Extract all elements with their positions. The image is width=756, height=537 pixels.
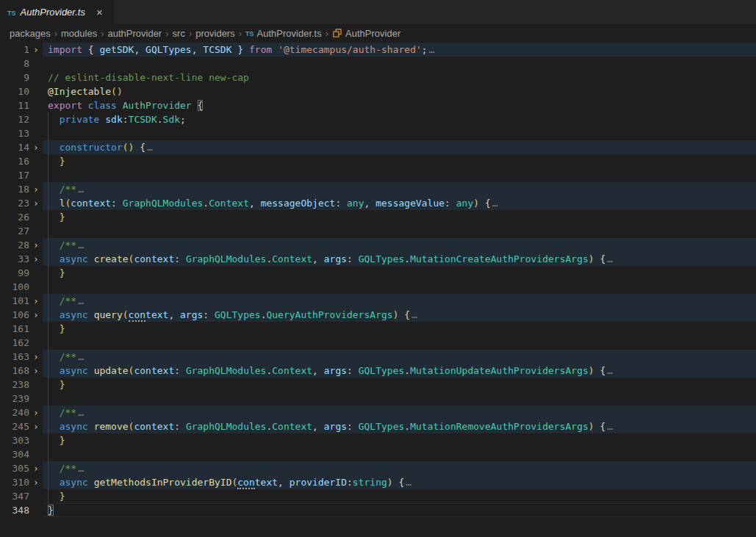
fold-chevron-icon[interactable]: ›	[29, 475, 43, 489]
fold-ellipsis: …	[78, 463, 84, 474]
code-line-17[interactable]: 17	[0, 168, 756, 182]
code-token: MutationRemoveAuthProvidersArgs	[410, 421, 588, 432]
line-number: 245	[0, 419, 29, 433]
code-text: }	[43, 378, 756, 392]
code-token: :	[335, 198, 347, 209]
fold-chevron-icon[interactable]: ›	[29, 364, 43, 378]
code-line-10[interactable]: 10@Injectable()	[0, 84, 756, 98]
code-line-304[interactable]: 304	[0, 447, 756, 461]
code-line-106[interactable]: 106› async query(context, args: GQLTypes…	[0, 308, 756, 322]
line-number: 16	[0, 154, 29, 168]
fold-chevron-icon[interactable]: ›	[29, 350, 43, 364]
code-line-239[interactable]: 239	[0, 392, 756, 406]
fold-chevron-icon[interactable]: ›	[29, 238, 43, 252]
tab-authprovider[interactable]: TS AuthProvider.ts ×	[0, 0, 114, 24]
code-line-240[interactable]: 240› /**…	[0, 406, 756, 419]
code-token: :	[203, 309, 215, 320]
fold-gutter-space	[29, 84, 43, 98]
code-line-100[interactable]: 100	[0, 280, 756, 294]
code-token: GraphQLModules	[123, 198, 204, 209]
code-token: text	[145, 309, 168, 320]
code-token: }	[48, 379, 65, 390]
breadcrumb-item-src[interactable]: src	[173, 28, 185, 39]
code-text: constructor() {…	[43, 140, 756, 154]
code-line-162[interactable]: 162	[0, 336, 756, 350]
code-token: async	[48, 421, 94, 432]
code-token: GQLTypes	[359, 421, 405, 432]
breadcrumb-item-authProvider[interactable]: authProvider	[107, 28, 162, 39]
code-token: Sdk	[163, 114, 180, 125]
code-line-27[interactable]: 27	[0, 224, 756, 238]
code-line-18[interactable]: 18› /**…	[0, 182, 756, 196]
fold-chevron-icon[interactable]: ›	[29, 308, 43, 322]
breadcrumb-item-symbol[interactable]: AuthProvider	[332, 28, 400, 39]
breadcrumb-item-modules[interactable]: modules	[61, 28, 97, 39]
fold-chevron-icon[interactable]: ›	[29, 461, 43, 475]
typescript-file-icon: TS	[245, 29, 254, 37]
code-line-12[interactable]: 12 private sdk:TCSDK.Sdk;	[0, 112, 756, 126]
code-token: con	[129, 309, 145, 322]
code-token: ,	[364, 198, 376, 209]
code-line-310[interactable]: 310› async getMethodsInProviderByID(cont…	[0, 475, 756, 489]
code-token: GQLTypes	[145, 44, 192, 55]
fold-chevron-icon[interactable]: ›	[29, 43, 43, 57]
code-text	[43, 126, 756, 140]
code-line-11[interactable]: 11export class AuthProvider {	[0, 98, 756, 112]
code-line-303[interactable]: 303 }	[0, 433, 756, 447]
code-token: )	[588, 421, 594, 432]
fold-chevron-icon[interactable]: ›	[29, 182, 43, 196]
code-token: context	[71, 198, 111, 209]
code-line-14[interactable]: 14› constructor() {…	[0, 140, 756, 154]
code-line-9[interactable]: 9// eslint-disable-next-line new-cap	[0, 71, 756, 84]
code-line-33[interactable]: 33› async create(context: GraphQLModules…	[0, 252, 756, 266]
breadcrumb-item-providers[interactable]: providers	[195, 28, 234, 39]
code-line-13[interactable]: 13	[0, 126, 756, 140]
code-line-245[interactable]: 245› async remove(context: GraphQLModule…	[0, 419, 756, 433]
code-text: l(context: GraphQLModules.Context, messa…	[43, 196, 756, 210]
code-token: context	[134, 365, 174, 376]
fold-chevron-icon[interactable]: ›	[29, 419, 43, 433]
code-line-305[interactable]: 305› /**…	[0, 461, 756, 475]
code-line-1[interactable]: 1›import { getSDK, GQLTypes, TCSDK } fro…	[0, 43, 756, 57]
fold-gutter-space	[29, 71, 43, 84]
code-token: from	[249, 44, 278, 55]
code-line-238[interactable]: 238 }	[0, 378, 756, 392]
fold-chevron-icon[interactable]: ›	[29, 406, 43, 419]
breadcrumb-item-file[interactable]: TSAuthProvider.ts	[245, 28, 322, 39]
code-text: }	[43, 433, 756, 447]
line-number: 11	[0, 98, 29, 112]
code-token: Context	[209, 198, 249, 209]
code-line-28[interactable]: 28› /**…	[0, 238, 756, 252]
code-line-348[interactable]: 348}	[0, 503, 756, 517]
code-line-23[interactable]: 23› l(context: GraphQLModules.Context, m…	[0, 196, 756, 210]
class-symbol-icon	[332, 28, 342, 38]
code-line-8[interactable]: 8	[0, 57, 756, 71]
code-text: }	[43, 266, 756, 280]
fold-gutter-space	[29, 98, 43, 112]
code-token: :	[111, 198, 123, 209]
code-token: /**	[48, 351, 76, 362]
fold-gutter-space	[29, 112, 43, 126]
code-line-161[interactable]: 161 }	[0, 322, 756, 336]
breadcrumb-item-packages[interactable]: packages	[10, 28, 51, 39]
code-line-168[interactable]: 168› async update(context: GraphQLModule…	[0, 364, 756, 378]
code-text	[43, 57, 756, 71]
line-number: 26	[0, 210, 29, 224]
code-line-347[interactable]: 347 }	[0, 489, 756, 503]
fold-chevron-icon[interactable]: ›	[29, 252, 43, 266]
fold-chevron-icon[interactable]: ›	[29, 196, 43, 210]
code-line-99[interactable]: 99 }	[0, 266, 756, 280]
tab-close-icon[interactable]: ×	[94, 6, 105, 18]
code-line-16[interactable]: 16 }	[0, 154, 756, 168]
line-number: 239	[0, 392, 29, 406]
code-line-26[interactable]: 26 }	[0, 210, 756, 224]
code-text: }	[43, 503, 756, 517]
code-token: ,	[192, 44, 204, 55]
fold-chevron-icon[interactable]: ›	[29, 140, 43, 154]
code-line-101[interactable]: 101› /**…	[0, 294, 756, 308]
code-token: }	[48, 491, 65, 502]
fold-gutter-space	[29, 280, 43, 294]
code-token: TCSDK	[203, 44, 231, 55]
fold-chevron-icon[interactable]: ›	[29, 294, 43, 308]
code-line-163[interactable]: 163› /**…	[0, 350, 756, 364]
